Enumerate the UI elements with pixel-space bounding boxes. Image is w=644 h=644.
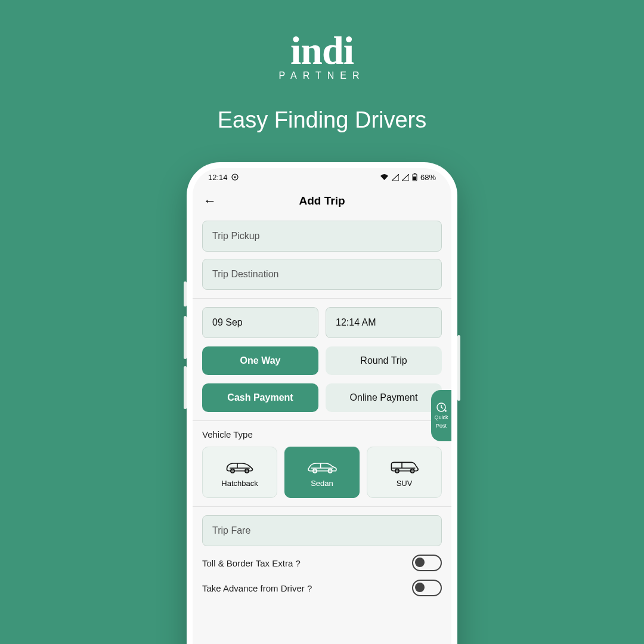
- page-title: Add Trip: [193, 194, 451, 208]
- vehicle-sedan[interactable]: Sedan: [284, 447, 360, 498]
- payment-cash[interactable]: Cash Payment: [202, 383, 318, 412]
- payment-online[interactable]: Online Payment: [326, 383, 442, 412]
- toggle-knob: [415, 583, 425, 592]
- phone-screen: 12:14 68% ← Add Trip Trip Pickup Trip De…: [193, 168, 451, 644]
- date-input[interactable]: 09 Sep: [202, 307, 318, 338]
- phone-frame: 12:14 68% ← Add Trip Trip Pickup Trip De…: [187, 162, 457, 644]
- date-value: 09 Sep: [212, 317, 243, 328]
- svg-rect-3: [414, 174, 416, 175]
- vehicle-suv-label: SUV: [397, 479, 413, 488]
- signal-icon: [402, 174, 409, 181]
- toll-label: Toll & Border Tax Extra ?: [202, 558, 301, 568]
- advance-toggle[interactable]: [412, 580, 442, 596]
- pickup-input[interactable]: Trip Pickup: [202, 221, 442, 252]
- destination-label: Trip Destination: [212, 269, 278, 280]
- clock-icon: [436, 402, 447, 413]
- fare-label: Trip Fare: [212, 525, 250, 536]
- brand-logo: indi: [0, 33, 644, 68]
- advance-label: Take Advance from Driver ?: [202, 583, 312, 593]
- phone-side-button: [184, 366, 187, 409]
- trip-type-round-trip[interactable]: Round Trip: [326, 346, 442, 375]
- brand-block: indi PARTNER: [0, 33, 644, 81]
- status-time: 12:14: [208, 173, 228, 182]
- trip-type-one-way[interactable]: One Way: [202, 346, 318, 375]
- quick-post-tab[interactable]: Quick Post: [431, 390, 451, 441]
- toll-toggle[interactable]: [412, 555, 442, 571]
- destination-input[interactable]: Trip Destination: [202, 259, 442, 290]
- svg-point-1: [234, 177, 236, 178]
- vehicle-hatchback[interactable]: Hatchback: [202, 447, 277, 498]
- quick-label-1: Quick: [434, 415, 448, 421]
- vehicle-hatchback-label: Hatchback: [221, 479, 258, 488]
- svg-rect-4: [413, 177, 416, 180]
- battery-icon: [412, 173, 417, 181]
- time-input[interactable]: 12:14 AM: [326, 307, 442, 338]
- signal-icon: [392, 174, 399, 181]
- vehicle-suv[interactable]: SUV: [367, 447, 442, 498]
- time-value: 12:14 AM: [336, 317, 376, 328]
- back-button[interactable]: ←: [203, 194, 216, 208]
- wifi-icon: [380, 174, 389, 181]
- app-bar: ← Add Trip: [193, 186, 451, 216]
- status-battery: 68%: [420, 173, 436, 182]
- pickup-label: Trip Pickup: [212, 231, 259, 242]
- fare-input[interactable]: Trip Fare: [202, 515, 442, 546]
- phone-side-button: [457, 335, 460, 401]
- status-bar: 12:14 68%: [193, 168, 451, 186]
- vehicle-type-title: Vehicle Type: [202, 429, 442, 439]
- vehicle-sedan-label: Sedan: [311, 479, 333, 488]
- phone-side-button: [184, 281, 187, 306]
- toggle-knob: [415, 558, 425, 567]
- phone-side-button: [184, 316, 187, 359]
- quick-label-2: Post: [436, 423, 447, 429]
- brand-sub: PARTNER: [0, 70, 644, 81]
- status-app-icon: [231, 174, 239, 181]
- page-headline: Easy Finding Drivers: [0, 107, 644, 133]
